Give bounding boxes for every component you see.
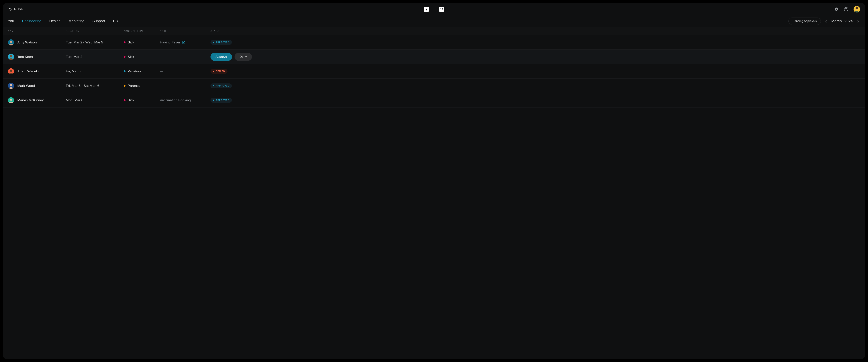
table-row: Amy WatsonTue, Mar 2 - Wed, Mar 5SickHav… xyxy=(3,35,865,50)
svg-point-11 xyxy=(10,55,12,57)
cell-note: Having Fever xyxy=(160,40,211,44)
status-badge: DENIED xyxy=(211,69,227,74)
status-label: DENIED xyxy=(216,70,225,73)
absence-type-label: Sick xyxy=(128,98,134,102)
status-badge: APPROVED xyxy=(211,83,232,88)
status-dot-icon xyxy=(213,100,214,101)
tab-engineering[interactable]: Engineering xyxy=(22,15,41,27)
row-name: Marvin McKinney xyxy=(18,98,44,102)
cell-status: ApproveDeny xyxy=(211,53,860,61)
cell-duration: Fri, Mar 5 - Sat Mar, 6 xyxy=(66,84,124,88)
cell-duration: Fri, Mar 5 xyxy=(66,69,124,73)
table-header: NAME DURATION ABSENCE TYPE NOTE STATUS xyxy=(3,27,865,35)
vacation-dot-icon xyxy=(124,71,125,72)
absence-type-label: Vacation xyxy=(128,69,141,73)
cell-name: Tom Keen xyxy=(8,54,66,60)
cell-note: — xyxy=(160,55,211,59)
pending-approvals-button[interactable]: Pending Approvals xyxy=(788,18,821,25)
status-badge: APPROVED xyxy=(211,98,232,103)
parental-dot-icon xyxy=(124,85,125,87)
svg-point-7 xyxy=(10,40,12,43)
tabs: YouEngineeringDesignMarketingSupportHR xyxy=(8,15,118,27)
topbar-right xyxy=(834,6,860,12)
cell-status: APPROVED xyxy=(211,40,860,45)
row-name: Tom Keen xyxy=(18,55,33,59)
status-dot-icon xyxy=(213,71,214,72)
table-row: Adam WadekindFri, Mar 5Vacation—DENIED xyxy=(3,64,865,79)
cell-absence-type: Sick xyxy=(124,40,160,44)
col-note: NOTE xyxy=(160,30,211,32)
help-icon[interactable] xyxy=(844,7,848,11)
sick-dot-icon xyxy=(124,100,125,101)
col-type: ABSENCE TYPE xyxy=(124,30,160,32)
tab-hr[interactable]: HR xyxy=(113,15,118,27)
prev-period-icon[interactable] xyxy=(824,19,828,23)
status-dot-icon xyxy=(213,85,214,86)
attachment-icon[interactable] xyxy=(182,41,185,44)
cell-status: DENIED xyxy=(211,69,860,74)
row-name: Amy Watson xyxy=(18,40,37,44)
deny-button[interactable]: Deny xyxy=(235,53,252,61)
table-row: Marvin McKinneyMon, Mar 8SickVaccination… xyxy=(3,93,865,108)
status-label: APPROVED xyxy=(216,41,229,44)
absence-type-label: Sick xyxy=(128,55,134,59)
cell-absence-type: Vacation xyxy=(124,69,160,73)
settings-icon[interactable] xyxy=(834,7,839,11)
navrow-right: Pending Approvals March 2024 xyxy=(788,18,860,25)
brand-logo-icon xyxy=(8,7,12,11)
cell-absence-type: Sick xyxy=(124,98,160,102)
svg-point-13 xyxy=(10,69,12,72)
note-text: — xyxy=(160,84,163,88)
calendar-badge[interactable]: 13 xyxy=(439,7,444,12)
cell-name: Amy Watson xyxy=(8,39,66,46)
cell-note: Vaccination Booking xyxy=(160,98,211,102)
svg-point-15 xyxy=(10,84,12,86)
tab-support[interactable]: Support xyxy=(92,15,105,27)
next-period-icon[interactable] xyxy=(856,19,860,23)
absence-type-label: Parental xyxy=(128,84,141,88)
cell-absence-type: Parental xyxy=(124,84,160,88)
sick-dot-icon xyxy=(124,56,125,58)
app-frame: Pulse 13 YouEngineeringDesignMarketingSu… xyxy=(3,3,865,359)
cell-absence-type: Sick xyxy=(124,55,160,59)
row-avatar[interactable] xyxy=(8,39,14,46)
col-name: NAME xyxy=(8,30,66,32)
period-label: March 2024 xyxy=(831,19,853,23)
status-label: APPROVED xyxy=(216,85,229,87)
col-status: STATUS xyxy=(211,30,860,32)
note-text: — xyxy=(160,69,163,73)
cell-duration: Tue, Mar 2 - Wed, Mar 5 xyxy=(66,40,124,44)
svg-point-1 xyxy=(836,8,837,10)
table-row: Mark WoodFri, Mar 5 - Sat Mar, 6Parental… xyxy=(3,79,865,93)
cell-note: — xyxy=(160,69,211,73)
row-avatar[interactable] xyxy=(8,83,14,89)
col-duration: DURATION xyxy=(66,30,124,32)
status-badge: APPROVED xyxy=(211,40,232,45)
approve-button[interactable]: Approve xyxy=(211,53,232,61)
cell-note: — xyxy=(160,84,211,88)
table-body: Amy WatsonTue, Mar 2 - Wed, Mar 5SickHav… xyxy=(3,35,865,108)
tab-you[interactable]: You xyxy=(8,15,14,27)
status-label: APPROVED xyxy=(216,99,229,102)
brand-name: Pulse xyxy=(14,7,23,11)
user-avatar[interactable] xyxy=(854,6,860,12)
activity-icon[interactable] xyxy=(424,7,429,12)
cell-name: Mark Wood xyxy=(8,83,66,89)
period-month: March xyxy=(831,19,842,23)
note-text: — xyxy=(160,55,163,59)
absence-type-label: Sick xyxy=(128,40,134,44)
table-row: Tom KeenTue, Mar 2Sick—ApproveDeny xyxy=(3,50,865,64)
topbar-center: 13 xyxy=(424,7,444,12)
navrow: YouEngineeringDesignMarketingSupportHR P… xyxy=(3,15,865,27)
tab-marketing[interactable]: Marketing xyxy=(68,15,85,27)
row-avatar[interactable] xyxy=(8,97,14,103)
row-avatar[interactable] xyxy=(8,54,14,60)
row-avatar[interactable] xyxy=(8,68,14,75)
period-year: 2024 xyxy=(844,19,853,23)
tab-design[interactable]: Design xyxy=(50,15,61,27)
sick-dot-icon xyxy=(124,41,125,43)
cell-status: APPROVED xyxy=(211,98,860,103)
svg-point-17 xyxy=(10,99,12,101)
status-dot-icon xyxy=(213,41,214,43)
note-text: Having Fever xyxy=(160,40,180,44)
